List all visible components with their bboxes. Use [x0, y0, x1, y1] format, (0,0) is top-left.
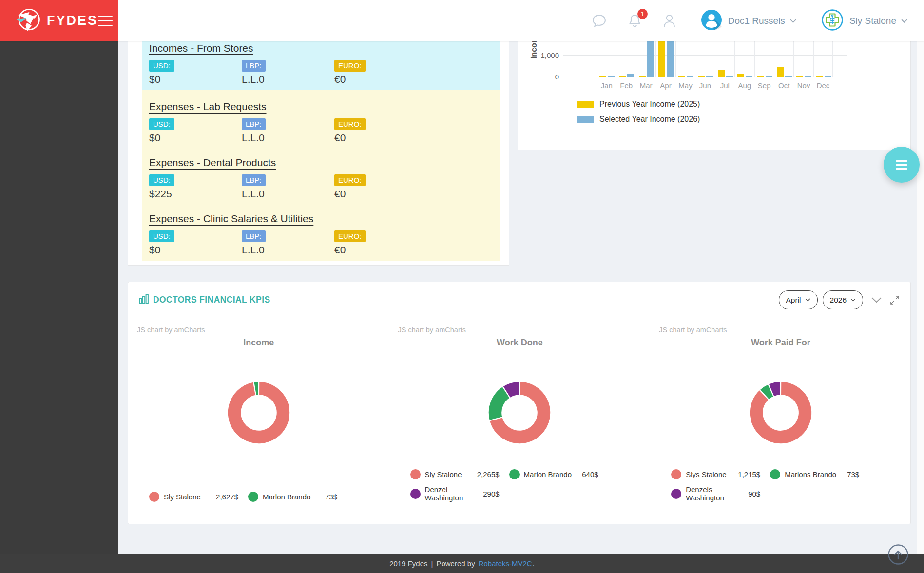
bar-column-may: May [675, 41, 695, 77]
bar-selected-year [726, 76, 733, 77]
legend-dot [149, 492, 159, 502]
legend-swatch [577, 101, 594, 108]
bar-selected-year [746, 76, 752, 77]
bar-previous-year [619, 76, 626, 77]
brand-name: FYDES [47, 13, 98, 28]
summary-section: Incomes - From Stores USD: LBP: EURO: $0… [149, 42, 492, 85]
bar-previous-year [737, 74, 744, 77]
left-sidebar[interactable] [0, 41, 118, 554]
legend-item[interactable]: Marlon Brando 640$ [509, 469, 598, 479]
bar-columns: JanFebMarAprMayJunJulAugSepOctNovDec [597, 41, 833, 77]
bar-column-jan: Jan [597, 41, 616, 77]
x-axis-label: May [676, 81, 695, 90]
page-footer: 2019 Fydes | Powered by Robateks-MV2C. [0, 554, 924, 573]
legend-item[interactable]: Slys Stalone 1,215$ [671, 469, 760, 479]
main-content: Incomes - From Stores USD: LBP: EURO: $0… [118, 41, 924, 554]
legend-value: 90$ [748, 490, 760, 498]
work-paid-donut-chart[interactable] [742, 374, 820, 452]
avatar [701, 10, 722, 32]
footer-period: . [533, 559, 535, 568]
bar-selected-year [805, 76, 811, 77]
user-icon[interactable] [663, 14, 676, 28]
amcharts-watermark: JS chart by amCharts [398, 326, 466, 334]
notifications-bell-icon[interactable]: 1 [627, 13, 642, 28]
year-select[interactable]: 2026 [823, 290, 863, 309]
euro-label: EURO: [334, 60, 366, 72]
section-title-link[interactable]: Expenses - Clinic Salaries & Utilities [149, 213, 313, 225]
kpis-card-header: DOCTORS FINANCIAL KPIS April 2026 [128, 282, 910, 318]
lbp-label: LBP: [242, 230, 266, 242]
fydes-logo-icon[interactable] [14, 6, 42, 36]
legend-item[interactable]: Sly Stalone 2,627$ [149, 492, 238, 502]
scroll-to-top-button[interactable] [887, 544, 909, 567]
legend-label: Previous Year Income (2025) [599, 100, 700, 109]
bar-chart-legend: Previous Year Income (2025) Selected Yea… [577, 100, 700, 130]
legend-item-previous-year[interactable]: Previous Year Income (2025) [577, 100, 700, 109]
expenses-section-block: Expenses - Lab Requests USD: LBP: EURO: … [142, 90, 500, 261]
legend-item[interactable]: Marlons Brando 73$ [770, 469, 859, 479]
euro-value: €0 [334, 74, 427, 85]
legend-item[interactable]: Sly Stalone 2,265$ [410, 469, 500, 479]
chat-icon[interactable] [592, 14, 607, 28]
summary-section: Expenses - Clinic Salaries & Utilities U… [149, 213, 492, 256]
bar-selected-year [647, 41, 654, 77]
bar-selected-year [608, 76, 615, 77]
x-axis-label: Apr [656, 81, 675, 90]
x-axis-label: Jul [715, 81, 734, 90]
legend-item-selected-year[interactable]: Selected Year Income (2026) [577, 115, 700, 124]
expand-icon[interactable] [890, 295, 900, 305]
bar-column-jun: Jun [695, 41, 714, 77]
bar-selected-year [667, 41, 674, 77]
x-axis-label: Dec [814, 81, 832, 90]
euro-value: €0 [334, 244, 427, 256]
section-title-link[interactable]: Incomes - From Stores [149, 42, 253, 54]
clinic-dropdown[interactable]: Sly Stalone [822, 9, 907, 33]
amcharts-watermark: JS chart by amCharts [137, 326, 205, 334]
account-dropdown[interactable]: Doc1 Russels [701, 10, 796, 32]
header-actions: 1 Doc1 Russels [571, 9, 924, 33]
legend-label: Selected Year Income (2026) [599, 115, 700, 124]
income-donut-chart[interactable] [220, 374, 298, 452]
legend-dot [671, 489, 681, 499]
sidebar-menu-icon[interactable] [98, 16, 113, 26]
donut-legend: Slys Stalone 1,215$ Marlons Brando 73$ D… [671, 469, 905, 502]
x-axis-label: Oct [774, 81, 793, 90]
bar-selected-year [687, 76, 693, 77]
euro-value: €0 [334, 132, 427, 144]
donut-legend: Sly Stalone 2,265$ Marlon Brando 640$ De… [410, 469, 645, 502]
collapse-chevron-icon[interactable] [871, 297, 882, 303]
x-axis-label: Feb [616, 81, 635, 90]
legend-name: Marlons Brando [785, 470, 847, 478]
bar-column-apr: Apr [655, 41, 675, 77]
month-select[interactable]: April [779, 290, 818, 309]
bar-previous-year [777, 67, 784, 77]
kpis-controls: April 2026 [779, 290, 900, 309]
legend-item[interactable]: Denzel Washington 290$ [410, 485, 500, 502]
legend-name: Marlon Brando [263, 493, 325, 501]
legend-item[interactable]: Denzels Washington 90$ [671, 485, 760, 502]
usd-value: $0 [149, 132, 242, 144]
section-title-link[interactable]: Expenses - Dental Products [149, 157, 276, 169]
scrollbar-track[interactable] [917, 41, 924, 554]
chevron-down-icon [790, 17, 796, 25]
summary-section: Expenses - Dental Products USD: LBP: EUR… [149, 157, 492, 200]
brand-block: FYDES [0, 0, 118, 41]
x-axis-label: Mar [636, 81, 655, 90]
lbp-label: LBP: [242, 174, 266, 186]
section-title-link[interactable]: Expenses - Lab Requests [149, 101, 266, 113]
legend-item[interactable]: Marlon Brando 73$ [248, 492, 337, 502]
bar-selected-year [785, 76, 792, 77]
bar-column-feb: Feb [616, 41, 635, 77]
income-section-block: Incomes - From Stores USD: LBP: EURO: $0… [142, 41, 500, 90]
legend-value: 73$ [847, 470, 859, 478]
amcharts-watermark: JS chart by amCharts [659, 326, 727, 334]
kpi-work-done-chart: JS chart by amCharts Work Done Sly Stalo… [389, 318, 651, 524]
financial-summary-card: Incomes - From Stores USD: LBP: EURO: $0… [128, 41, 509, 266]
legend-dot [410, 469, 421, 479]
quick-menu-fab[interactable] [884, 147, 920, 183]
work-done-donut-chart[interactable] [481, 374, 558, 452]
footer-vendor-link[interactable]: Robateks-MV2C [479, 559, 532, 568]
legend-name: Marlon Brando [524, 470, 582, 478]
legend-name: Slys Stalone [686, 470, 738, 478]
bar-previous-year [757, 76, 764, 77]
